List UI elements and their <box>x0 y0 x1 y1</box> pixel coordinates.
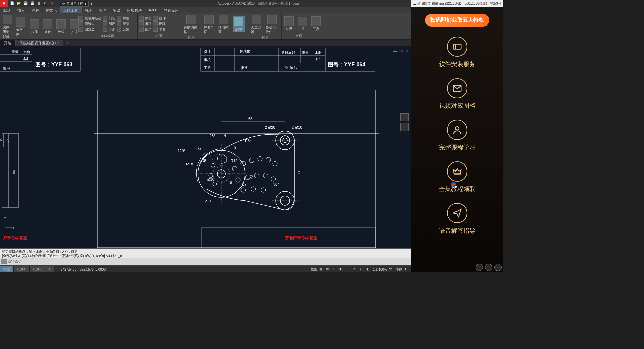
3point-button[interactable]: 三点 <box>310 16 322 32</box>
navbar[interactable] <box>400 113 409 131</box>
tab-insert[interactable]: 插入 <box>14 7 28 13</box>
svg-point-69 <box>261 188 266 192</box>
viewer-zoomout-button[interactable] <box>476 264 483 271</box>
drawing-canvas[interactable]: 重量 比例 1:1 第 张 图号：YYF-063 设计 标准化 阶段标记 重量 … <box>0 46 411 248</box>
movegizmo-button[interactable]: 移动小控件 <box>264 14 280 35</box>
panel-solidedit-label[interactable]: 实体编辑 <box>78 33 136 39</box>
promo-image[interactable]: 扫码即刻获取五大特权 软件安装服务 视频对应图档 完整课程学习 全集教程领取 语… <box>411 7 503 272</box>
subtract-button[interactable]: 差集 <box>123 21 129 26</box>
interfere-button[interactable]: 干涉 <box>109 27 115 32</box>
svg-point-65 <box>263 173 268 178</box>
x-button[interactable]: X <box>297 16 309 31</box>
tab-featured[interactable]: 精选应用 <box>161 7 182 13</box>
command-input[interactable]: 键入命令 <box>0 258 411 265</box>
image-viewer-titlebar[interactable]: ☁ 绘图课堂-初依.jpg (221.38KB，300x1600像素) - 第2… <box>411 0 503 7</box>
nofilter-button[interactable]: 无过滤器 <box>250 14 263 35</box>
planar-button[interactable]: 平面 <box>159 27 166 32</box>
intersect-button[interactable]: 交集 <box>123 27 129 32</box>
delete-button[interactable]: 删除 <box>159 21 166 26</box>
image-info: (221.38KB，300x1600像素) - 第2/3张 <box>445 1 501 6</box>
tab-parametric[interactable]: 参数化 <box>42 7 60 13</box>
presspull-button[interactable]: 按住并拖动 <box>85 16 101 21</box>
tab-addins[interactable]: 附加模块 <box>124 7 145 13</box>
solidhistory-button[interactable]: 实体历史记录 <box>1 14 13 40</box>
loft-button[interactable]: 放样 <box>55 19 67 35</box>
tab-view[interactable]: 视图 <box>82 7 96 13</box>
panel-selection-label[interactable]: 选择 <box>250 35 280 40</box>
grid-icon[interactable]: ▦ <box>319 267 324 272</box>
lineweight-icon[interactable]: ≡ <box>360 267 364 272</box>
extend-button[interactable]: 拉伸 <box>159 16 166 21</box>
gear2-icon[interactable]: ⚙ <box>389 267 394 272</box>
otrack-icon[interactable]: ∠ <box>353 267 358 272</box>
svg-text:重量: 重量 <box>12 50 18 54</box>
tab-output[interactable]: 输出 <box>110 7 124 13</box>
tab-annotate[interactable]: 注释 <box>28 7 42 13</box>
panel-surface-label[interactable]: 曲面 <box>139 33 179 39</box>
snap-icon[interactable]: ⊞ <box>326 267 331 272</box>
customize-icon[interactable]: ▾ <box>405 267 409 272</box>
save-icon[interactable]: 💾 <box>23 1 28 6</box>
tab-start[interactable]: 开始 <box>0 40 16 46</box>
viewport-controls[interactable]: — ▭ ✕ <box>393 48 409 54</box>
zoom-readout[interactable]: 1:1/100% <box>373 268 387 271</box>
livesection-button[interactable]: 活动截面 <box>217 14 230 35</box>
offset-button[interactable]: 偏移 <box>145 21 152 26</box>
status-bar: 模型 布局1 布局2 + 2427.5468, -322.1576, 0.000… <box>0 266 411 272</box>
new-icon[interactable]: 📄 <box>10 1 15 6</box>
model-toggle[interactable]: 模型 <box>311 267 317 272</box>
ortho-icon[interactable]: ∟ <box>333 267 337 272</box>
pan-icon[interactable] <box>400 113 409 121</box>
offsetedge-button[interactable]: 偏移边 <box>85 21 95 26</box>
slice-button[interactable]: 剖切 <box>109 16 115 21</box>
layout-tab-2[interactable]: 布局2 <box>30 266 45 272</box>
svg-text:R18: R18 <box>186 162 193 166</box>
world-button[interactable]: 世界 <box>283 16 295 32</box>
svg-point-68 <box>251 187 256 191</box>
panel-mesh-label[interactable]: 网格 <box>182 35 200 40</box>
app-logo[interactable]: A <box>0 0 8 7</box>
redo-icon[interactable]: ↷ <box>50 1 55 6</box>
image-viewer-window: ☁ 绘图课堂-初依.jpg (221.38KB，300x1600像素) - 第2… <box>411 0 503 272</box>
osnap-icon[interactable]: □ <box>346 267 351 272</box>
tab-3dtools[interactable]: 三维工具 <box>60 7 82 13</box>
svg-point-59 <box>258 156 262 161</box>
erase-button[interactable]: 删除 <box>233 16 245 32</box>
print-icon[interactable]: 🖨 <box>37 1 42 6</box>
sectionplane-button[interactable]: 截面平面 <box>203 14 216 35</box>
svg-point-60 <box>266 157 271 162</box>
units-readout[interactable]: 小数 <box>396 267 402 272</box>
svg-text:审核: 审核 <box>204 58 211 62</box>
svg-text:22: 22 <box>0 138 3 141</box>
svg-point-64 <box>254 173 259 178</box>
extrude-button[interactable]: 拉伸 <box>28 19 40 35</box>
tab-a360[interactable]: A360 <box>145 7 161 13</box>
tab-drawing1[interactable]: 高级绘图员作业图纸(1)* <box>16 40 63 46</box>
viewer-zoomin-button[interactable] <box>485 264 492 271</box>
new-tab-button[interactable]: + <box>63 40 72 46</box>
transparency-icon[interactable]: ◧ <box>366 267 371 272</box>
union-button[interactable]: 并集 <box>123 16 129 21</box>
viewer-fit-button[interactable] <box>494 264 502 271</box>
orbit-icon[interactable] <box>400 123 409 131</box>
panel-coord-label[interactable]: 坐标 <box>283 33 314 39</box>
filletedge-button[interactable]: 圆角边 <box>85 27 95 32</box>
saveas-icon[interactable]: 💾 <box>30 1 35 6</box>
thicken-button[interactable]: 加厚 <box>109 21 115 26</box>
svg-text:16: 16 <box>228 181 232 185</box>
revolve-button[interactable]: 旋转 <box>42 19 54 35</box>
svg-text:R12: R12 <box>231 159 237 163</box>
tab-manage[interactable]: 管理 <box>96 7 110 13</box>
undo-icon[interactable]: ↶ <box>44 1 48 6</box>
trim-button[interactable]: 修剪 <box>145 16 152 21</box>
open-icon[interactable]: 📂 <box>17 1 21 6</box>
box-button[interactable]: 长方体 <box>15 16 27 37</box>
polar-icon[interactable]: ◐ <box>339 267 344 272</box>
tab-default[interactable]: 默认 <box>0 7 14 13</box>
layout-tab-add[interactable]: + <box>45 266 54 272</box>
convertmesh-button[interactable]: 转换为网格 <box>182 14 200 35</box>
workspace-dropdown[interactable]: ⚙ 草图与注释 ▾ <box>60 1 89 7</box>
fillet-button[interactable]: 圆角 <box>145 27 152 32</box>
layout-tab-model[interactable]: 模型 <box>0 266 14 272</box>
layout-tab-1[interactable]: 布局1 <box>14 266 30 272</box>
